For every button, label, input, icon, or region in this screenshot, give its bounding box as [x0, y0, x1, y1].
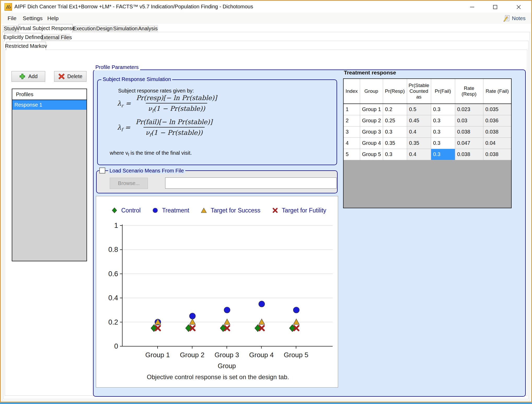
x-tick-label-4: Group 4: [249, 351, 274, 359]
table-cell-r2-c4: 0.45: [407, 115, 431, 126]
final-visit-footnote: where vf is the time of the final visit.: [110, 150, 192, 157]
table-cell-r1-c5[interactable]: 0.3: [431, 104, 455, 115]
tab-analysis[interactable]: Analysis: [138, 25, 158, 32]
table-row-2: 2Group 20.250.450.30.030.036: [344, 115, 511, 126]
table-cell-r1-c2[interactable]: Group 1: [360, 104, 383, 115]
table-cell-r4-c2[interactable]: Group 4: [360, 137, 383, 149]
table-cell-r4-c1[interactable]: 4: [344, 137, 360, 149]
col-header-pr-fail: Pr(Fail): [431, 79, 455, 104]
table-row-4: 4Group 40.350.350.30.0470.04: [344, 137, 511, 149]
window-title: AIPF Dich Cancer Trial Ex1+Borrow +LM* -…: [14, 4, 253, 10]
tab-design[interactable]: Design: [96, 25, 113, 32]
table-cell-r1-c3[interactable]: 0.2: [383, 104, 407, 115]
legend-label: Target for Futility: [282, 207, 326, 214]
load-scenario-checkbox[interactable]: [99, 168, 105, 174]
lambda-r-formula: λr = Pr(resp)[− ln Pr(stable)] νf(1 − Pr…: [117, 94, 219, 113]
profiles-listbox: Profiles Response 1: [12, 89, 87, 261]
profile-item-response-1[interactable]: Response 1: [12, 100, 86, 110]
y-tick-label-0.8: 0.8: [108, 246, 118, 253]
table-cell-r4-c7: 0.04: [483, 137, 511, 149]
table-cell-r1-c6: 0.023: [455, 104, 483, 115]
add-button[interactable]: Add: [11, 71, 45, 82]
table-cell-r1-c1[interactable]: 1: [344, 104, 360, 115]
table-cell-r3-c2[interactable]: Group 3: [360, 126, 383, 137]
chart-point-target-for-success-group-2: [189, 319, 195, 325]
table-cell-r5-c6: 0.038: [455, 149, 483, 160]
y-tick-label-1: 1: [114, 222, 118, 229]
tab-explicitly-defined[interactable]: Explicitly Defined: [4, 33, 42, 41]
notes-label: Notes: [512, 15, 525, 21]
legend-label: Treatment: [162, 207, 189, 214]
table-cell-r3-c7: 0.038: [483, 126, 511, 137]
delete-button[interactable]: Delete: [54, 71, 86, 82]
table-row-3: 3Group 30.30.40.30.0380.038: [344, 126, 511, 137]
col-header-group: Group: [360, 79, 383, 104]
lambda-f-formula: λf = Pr(fail)[− ln Pr(stable)] νf(1 − Pr…: [117, 118, 215, 137]
chart-point-treatment-group-3: [224, 307, 230, 313]
app-logo-icon: [4, 3, 12, 11]
triangle-legend-icon: [201, 207, 207, 213]
table-cell-r4-c6: 0.047: [455, 137, 483, 149]
chart-point-treatment-group-5: [293, 307, 299, 313]
table-cell-r3-c3[interactable]: 0.3: [383, 126, 407, 137]
circle-legend-icon: [152, 207, 158, 213]
table-cell-r2-c3[interactable]: 0.25: [383, 115, 407, 126]
add-plus-icon: [19, 73, 26, 80]
x-tick-label-2: Group 2: [180, 351, 205, 359]
x-tick-label-3: Group 3: [215, 351, 239, 359]
x-tick-label-1: Group 1: [145, 351, 170, 359]
legend-item-target-for-futility: Target for Futility: [272, 207, 326, 214]
browse-button[interactable]: Browse...: [110, 178, 148, 189]
scenario-file-input[interactable]: [165, 177, 337, 189]
table-cell-r5-c1[interactable]: 5: [344, 149, 360, 160]
notes-button[interactable]: Notes: [503, 14, 525, 23]
tab-study[interactable]: Study: [3, 25, 18, 32]
menu-file[interactable]: File: [6, 15, 18, 22]
maximize-button[interactable]: [487, 2, 504, 12]
minimize-icon: [470, 5, 475, 9]
simulation-intro-text: Subject response rates given by:: [118, 88, 194, 94]
tab-restricted-markov[interactable]: Restricted Markov: [6, 42, 46, 50]
chart-caption: Objective control response is set on the…: [147, 373, 289, 380]
chart-legend: ControlTreatmentTarget for SuccessTarget…: [111, 206, 326, 215]
y-tick-label-0.2: 0.2: [108, 318, 118, 326]
table-cell-r5-c3[interactable]: 0.3: [383, 149, 407, 160]
chart-point-target-for-success-group-5: [293, 319, 299, 325]
legend-item-target-for-success: Target for Success: [201, 207, 260, 214]
profiles-header: Profiles: [12, 89, 86, 100]
table-cell-r2-c5[interactable]: 0.3: [431, 115, 455, 126]
table-cell-r3-c4: 0.4: [407, 126, 431, 137]
close-button[interactable]: [510, 2, 527, 12]
subject-response-simulation-label: Subject Response Simulation: [101, 76, 172, 82]
table-cell-r3-c6: 0.038: [455, 126, 483, 137]
tab-execution[interactable]: Execution: [73, 25, 95, 32]
table-cell-r3-c5[interactable]: 0.3: [431, 126, 455, 137]
minimize-button[interactable]: [464, 2, 481, 12]
table-cell-r3-c1[interactable]: 3: [344, 126, 360, 137]
tab-virtual-subject-response[interactable]: Virtual Subject Response: [19, 24, 73, 32]
table-cell-r5-c5[interactable]: 0.3: [431, 149, 455, 160]
table-cell-r4-c3[interactable]: 0.35: [383, 137, 407, 149]
y-tick-label-0: 0: [114, 342, 118, 350]
treatment-response-title: Treatment response: [344, 70, 396, 76]
table-cell-r2-c1[interactable]: 2: [344, 115, 360, 126]
y-tick-label-0.4: 0.4: [108, 294, 118, 302]
tab-simulation[interactable]: Simulation: [113, 25, 137, 32]
table-cell-r5-c2[interactable]: Group 5: [360, 149, 383, 160]
menu-settings[interactable]: Settings: [21, 15, 44, 22]
table-row-1: 1Group 10.20.50.30.0230.035: [344, 104, 511, 115]
add-button-label: Add: [28, 73, 38, 79]
table-cell-r2-c6: 0.03: [455, 115, 483, 126]
notes-icon: [503, 15, 510, 22]
table-cell-r2-c2[interactable]: Group 2: [360, 115, 383, 126]
menu-help[interactable]: Help: [46, 15, 60, 22]
table-cell-r5-c7: 0.038: [483, 149, 511, 160]
col-header-pr-resp: Pr(Resp): [383, 79, 407, 104]
app-window: AIPF Dich Cancer Trial Ex1+Borrow +LM* -…: [0, 0, 532, 404]
treatment-response-table: Index Group Pr(Resp) Pr(Stable Counted a…: [343, 78, 512, 208]
legend-item-treatment: Treatment: [152, 207, 189, 214]
tab-external-files[interactable]: External Files: [42, 34, 70, 41]
screen-edge-strip: [0, 402, 532, 404]
table-cell-r4-c5[interactable]: 0.3: [431, 137, 455, 149]
table-cell-r5-c4: 0.4: [407, 149, 431, 160]
